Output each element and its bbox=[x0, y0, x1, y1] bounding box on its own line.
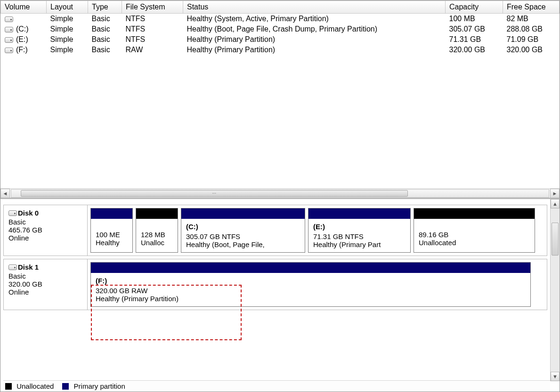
volume-layout: Simple bbox=[47, 45, 88, 55]
volume-hscrollbar[interactable]: ◄ ··· ► bbox=[0, 188, 560, 198]
partition-status: Healthy (Boot, Page File, bbox=[186, 240, 300, 248]
volume-status: Healthy (Boot, Page File, Crash Dump, Pr… bbox=[183, 24, 446, 34]
drive-icon bbox=[5, 16, 13, 22]
disk-icon bbox=[8, 264, 17, 270]
volume-status: Healthy (System, Active, Primary Partiti… bbox=[183, 14, 446, 24]
volume-free: 82 MB bbox=[503, 14, 560, 24]
partition[interactable]: (C:)305.07 GB NTFSHealthy (Boot, Page Fi… bbox=[181, 208, 305, 253]
volume-table-header[interactable]: Volume Layout Type File System Status Ca… bbox=[1, 1, 560, 14]
volume-layout: Simple bbox=[47, 24, 88, 34]
col-type[interactable]: Type bbox=[88, 1, 122, 14]
scroll-down-icon[interactable]: ▼ bbox=[551, 372, 560, 381]
scroll-up-icon[interactable]: ▲ bbox=[551, 199, 560, 208]
partition-size: 71.31 GB NTFS bbox=[313, 232, 406, 240]
disk-kind: Basic bbox=[8, 272, 82, 280]
disk-state: Online bbox=[8, 234, 82, 242]
volume-free: 71.09 GB bbox=[503, 34, 560, 45]
unallocated-swatch-icon bbox=[5, 383, 12, 390]
col-freespace[interactable]: Free Space bbox=[503, 1, 560, 14]
partition-header-bar bbox=[181, 208, 305, 219]
partition-container: (F:)320.00 GB RAWHealthy (Primary Partit… bbox=[88, 259, 547, 310]
volume-type: Basic bbox=[88, 34, 122, 45]
partition-size: 89.16 GB bbox=[419, 231, 530, 239]
col-capacity[interactable]: Capacity bbox=[446, 1, 503, 14]
volume-layout: Simple bbox=[47, 34, 88, 45]
volume-fs: NTFS bbox=[122, 34, 183, 45]
col-layout[interactable]: Layout bbox=[47, 1, 88, 14]
partition[interactable]: (E:)71.31 GB NTFSHealthy (Primary Part bbox=[308, 208, 411, 253]
legend: Unallocated Primary partition bbox=[3, 380, 550, 392]
volume-free: 320.00 GB bbox=[503, 45, 560, 55]
partition-label: (E:) bbox=[313, 223, 406, 231]
disk-size: 465.76 GB bbox=[8, 226, 82, 234]
volume-capacity: 320.00 GB bbox=[446, 45, 503, 55]
partition-size: 100 ME bbox=[96, 231, 128, 239]
scroll-track[interactable]: ··· bbox=[11, 189, 549, 198]
volume-layout: Simple bbox=[47, 14, 88, 24]
volume-free: 288.08 GB bbox=[503, 24, 560, 34]
scroll-right-icon[interactable]: ► bbox=[550, 189, 560, 198]
partition-status: Healthy bbox=[96, 239, 128, 247]
volume-capacity: 305.07 GB bbox=[446, 24, 503, 34]
legend-primary-label: Primary partition bbox=[74, 382, 125, 390]
partition-header-bar bbox=[414, 208, 535, 219]
partition-header-bar bbox=[91, 208, 132, 219]
volume-capacity: 71.31 GB bbox=[446, 34, 503, 45]
scroll-vtrack[interactable] bbox=[551, 208, 560, 372]
table-row[interactable]: (C:)SimpleBasicNTFSHealthy (Boot, Page F… bbox=[1, 24, 560, 34]
disk-management-window: Volume Layout Type File System Status Ca… bbox=[0, 0, 560, 392]
volume-list-pane: Volume Layout Type File System Status Ca… bbox=[0, 0, 560, 198]
volume-name: (E:) bbox=[16, 35, 28, 43]
volume-name: (C:) bbox=[16, 25, 29, 33]
partition-size: 305.07 GB NTFS bbox=[186, 232, 300, 240]
partition-header-bar bbox=[91, 263, 530, 273]
partition-size: 320.00 GB RAW bbox=[96, 287, 526, 295]
partition-size: 128 MB bbox=[141, 231, 173, 239]
col-volume[interactable]: Volume bbox=[1, 1, 47, 14]
volume-capacity: 100 MB bbox=[446, 14, 503, 24]
partition-status: Unallocated bbox=[419, 239, 530, 247]
disk-title: Disk 1 bbox=[18, 263, 39, 271]
disk-kind: Basic bbox=[8, 218, 82, 226]
volume-type: Basic bbox=[88, 45, 122, 55]
disk-row[interactable]: Disk 0Basic465.76 GBOnline 100 MEHealthy… bbox=[3, 205, 547, 256]
partition[interactable]: 128 MBUnalloc bbox=[136, 208, 178, 253]
disk-vscrollbar[interactable]: ▲ ▼ bbox=[550, 199, 560, 381]
volume-fs: NTFS bbox=[122, 14, 183, 24]
partition-status: Unalloc bbox=[141, 239, 173, 247]
partition-header-bar bbox=[136, 208, 178, 219]
partition[interactable]: 100 MEHealthy bbox=[90, 208, 133, 253]
scroll-thumb[interactable]: ··· bbox=[21, 190, 408, 197]
legend-unallocated: Unallocated bbox=[5, 382, 54, 390]
disk-header[interactable]: Disk 0Basic465.76 GBOnline bbox=[4, 205, 88, 256]
scroll-left-icon[interactable]: ◄ bbox=[0, 189, 10, 198]
partition-header-bar bbox=[308, 208, 410, 219]
partition-status: Healthy (Primary Partition) bbox=[96, 295, 526, 303]
disk-header[interactable]: Disk 1Basic320.00 GBOnline bbox=[4, 259, 88, 310]
drive-icon bbox=[5, 37, 13, 43]
volume-type: Basic bbox=[88, 14, 122, 24]
table-row[interactable]: SimpleBasicNTFSHealthy (System, Active, … bbox=[1, 14, 560, 24]
disk-title: Disk 0 bbox=[18, 209, 39, 217]
volume-table[interactable]: Volume Layout Type File System Status Ca… bbox=[0, 0, 560, 55]
disk-graphical-pane: Disk 0Basic465.76 GBOnline 100 MEHealthy… bbox=[0, 198, 560, 392]
partition[interactable]: 89.16 GBUnallocated bbox=[414, 208, 535, 253]
table-row[interactable]: (E:)SimpleBasicNTFSHealthy (Primary Part… bbox=[1, 34, 560, 45]
drive-icon bbox=[5, 48, 13, 53]
col-filesystem[interactable]: File System bbox=[122, 1, 183, 14]
drive-icon bbox=[5, 27, 13, 32]
volume-type: Basic bbox=[88, 24, 122, 34]
col-status[interactable]: Status bbox=[183, 1, 446, 14]
disk-state: Online bbox=[8, 288, 82, 296]
partition-label: (F:) bbox=[96, 277, 526, 285]
disk-icon bbox=[8, 210, 17, 216]
legend-unallocated-label: Unallocated bbox=[16, 382, 54, 390]
scroll-vthumb[interactable] bbox=[552, 223, 559, 256]
table-row[interactable]: (F:)SimpleBasicRAWHealthy (Primary Parti… bbox=[1, 45, 560, 55]
partition-label: (C:) bbox=[186, 223, 300, 231]
partition[interactable]: (F:)320.00 GB RAWHealthy (Primary Partit… bbox=[90, 262, 531, 307]
volume-fs: RAW bbox=[122, 45, 183, 55]
partition-container: 100 MEHealthy 128 MBUnalloc(C:)305.07 GB… bbox=[88, 205, 547, 256]
disk-row[interactable]: Disk 1Basic320.00 GBOnline(F:)320.00 GB … bbox=[3, 259, 547, 310]
legend-primary: Primary partition bbox=[62, 382, 125, 390]
